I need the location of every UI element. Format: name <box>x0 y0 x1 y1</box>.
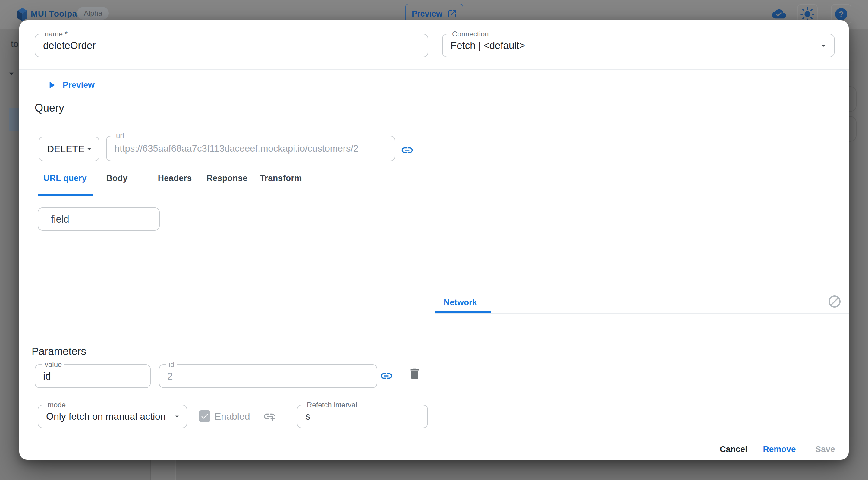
enabled-checkbox[interactable] <box>199 410 210 422</box>
query-name-field[interactable]: name * deleteOrder <box>35 34 428 57</box>
app-title: MUI Toolpad <box>31 9 82 19</box>
refetch-interval-field[interactable]: Refetch interval s <box>297 404 428 428</box>
clear-network-block-icon[interactable] <box>827 294 842 309</box>
url-query-field-value: field <box>51 213 69 225</box>
param-value-field[interactable]: value id <box>35 364 151 388</box>
tabs-divider <box>38 196 435 196</box>
backdrop-panel-seam <box>150 460 176 480</box>
left-panel-bottom-divider <box>19 336 435 336</box>
cloud-done-icon[interactable] <box>772 8 786 20</box>
dropdown-caret-icon <box>173 412 181 421</box>
enabled-checkbox-label[interactable]: Enabled <box>215 411 250 422</box>
param-id-placeholder: 2 <box>167 370 173 382</box>
http-method-value: DELETE <box>47 144 84 155</box>
help-icon: ? <box>834 7 848 22</box>
tab-headers[interactable]: Headers <box>158 173 192 183</box>
refetch-interval-label: Refetch interval <box>304 401 360 409</box>
query-name-value: deleteOrder <box>43 40 96 51</box>
tab-body[interactable]: Body <box>106 173 127 183</box>
mode-select[interactable]: mode Only fetch on manual action <box>38 404 187 428</box>
add-link-icon[interactable] <box>263 410 276 423</box>
dropdown-caret-icon <box>819 41 829 50</box>
connection-label: Connection <box>450 30 491 38</box>
tab-transform[interactable]: Transform <box>260 173 302 183</box>
backdrop-clipped-text: to <box>11 38 19 50</box>
tab-url-query[interactable]: URL query <box>43 173 87 183</box>
url-query-field-input[interactable]: field <box>38 207 160 231</box>
mode-label: mode <box>45 401 68 409</box>
url-bind-link-icon[interactable] <box>401 144 414 157</box>
parameters-heading: Parameters <box>32 345 86 357</box>
split-pane-divider[interactable] <box>435 69 435 379</box>
url-placeholder: https://635aaf68aa7c3f113daceeef.mockapi… <box>115 143 358 154</box>
query-editor-dialog: name * deleteOrder Connection Fetch | <d… <box>19 20 849 460</box>
url-label: url <box>113 132 127 140</box>
network-panel-top-divider <box>435 292 849 293</box>
http-method-select[interactable]: DELETE <box>38 137 99 161</box>
open-in-new-icon <box>447 9 457 19</box>
param-bind-link-icon[interactable] <box>380 369 393 383</box>
param-value-label: value <box>42 360 64 369</box>
param-id-field[interactable]: id 2 <box>159 364 377 388</box>
remove-button[interactable]: Remove <box>757 441 802 457</box>
tab-network[interactable]: Network <box>444 298 477 307</box>
mode-value: Only fetch on manual action <box>46 411 166 422</box>
toolpad-logo <box>16 7 28 22</box>
backdrop-collapse-caret-icon <box>5 67 18 80</box>
refetch-interval-value: s <box>305 411 310 422</box>
connection-select[interactable]: Connection Fetch | <default> <box>442 34 835 57</box>
connection-value: Fetch | <default> <box>451 40 525 51</box>
header-divider <box>19 69 849 70</box>
dropdown-caret-icon <box>85 145 93 153</box>
check-icon <box>200 412 209 421</box>
save-button: Save <box>809 441 841 457</box>
svg-text:?: ? <box>838 10 844 19</box>
query-name-label: name * <box>42 30 70 38</box>
sun-icon <box>801 7 814 21</box>
version-badge: Alpha <box>77 7 109 20</box>
param-value-text: id <box>43 370 51 382</box>
query-heading: Query <box>35 101 64 114</box>
tab-response[interactable]: Response <box>207 173 247 183</box>
run-preview-button[interactable]: Preview <box>46 79 95 91</box>
cancel-button[interactable]: Cancel <box>714 441 753 457</box>
play-icon <box>46 79 57 91</box>
param-id-label: id <box>166 360 177 369</box>
param-delete-trash-icon[interactable] <box>408 367 422 381</box>
url-field[interactable]: url https://635aaf68aa7c3f113daceeef.moc… <box>106 136 395 161</box>
network-panel-bottom-divider <box>435 313 849 314</box>
screen: MUI Toolpad Alpha Preview <box>0 0 868 480</box>
